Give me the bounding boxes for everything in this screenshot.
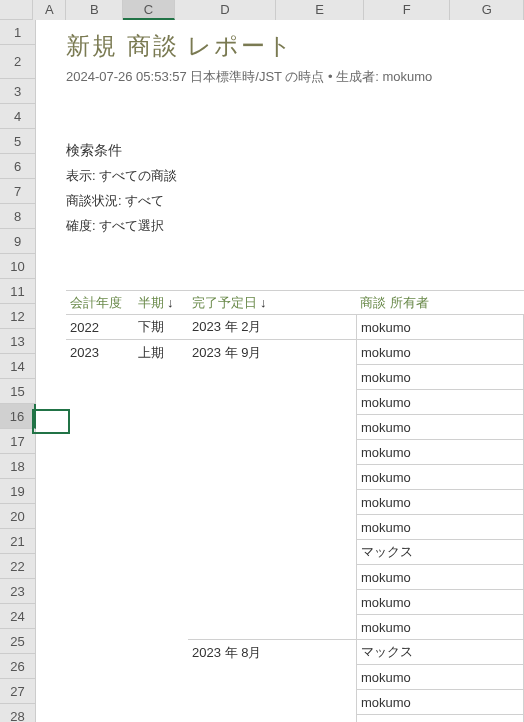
cell-owner[interactable]: マックス: [356, 540, 524, 565]
cell-half[interactable]: [134, 465, 188, 490]
cell-owner[interactable]: mokumo: [356, 565, 524, 590]
cell-half[interactable]: [134, 490, 188, 515]
cell-fiscal-year[interactable]: [66, 490, 134, 515]
cell-fiscal-year[interactable]: [66, 415, 134, 440]
row-header-1[interactable]: 1: [0, 20, 36, 45]
cell-half[interactable]: [134, 440, 188, 465]
row-header-24[interactable]: 24: [0, 604, 36, 629]
cell-half[interactable]: [134, 590, 188, 615]
row-header-2[interactable]: 2: [0, 45, 36, 79]
cell-owner[interactable]: mokumo: [356, 690, 524, 715]
row-header-17[interactable]: 17: [0, 429, 36, 454]
col-header-E[interactable]: E: [276, 0, 364, 20]
cell-close-date[interactable]: [188, 440, 356, 465]
row-header-21[interactable]: 21: [0, 529, 36, 554]
cell-owner[interactable]: mokumo: [356, 415, 524, 440]
row-header-19[interactable]: 19: [0, 479, 36, 504]
cell-fiscal-year[interactable]: [66, 440, 134, 465]
col-header-B[interactable]: B: [66, 0, 123, 20]
row-header-11[interactable]: 11: [0, 279, 36, 304]
th-close-date[interactable]: 完了予定日 ↓: [188, 294, 356, 312]
cell-half[interactable]: [134, 640, 188, 665]
row-header-4[interactable]: 4: [0, 104, 36, 129]
row-header-23[interactable]: 23: [0, 579, 36, 604]
cell-owner[interactable]: mokumo: [356, 590, 524, 615]
cell-close-date[interactable]: [188, 690, 356, 715]
cell-half[interactable]: [134, 415, 188, 440]
row-header-7[interactable]: 7: [0, 179, 36, 204]
cell-close-date[interactable]: 2023 年 8月: [188, 640, 356, 665]
cell-half[interactable]: [134, 715, 188, 722]
row-header-26[interactable]: 26: [0, 654, 36, 679]
cell-owner[interactable]: mokumo: [356, 490, 524, 515]
cell-close-date[interactable]: [188, 465, 356, 490]
cell-owner[interactable]: mokumo: [356, 315, 524, 340]
cell-fiscal-year[interactable]: [66, 590, 134, 615]
th-fiscal-year[interactable]: 会計年度: [66, 294, 134, 312]
cell-fiscal-year[interactable]: [66, 465, 134, 490]
cell-owner[interactable]: mokumo: [356, 665, 524, 690]
cell-owner[interactable]: mokumo: [356, 440, 524, 465]
row-header-8[interactable]: 8: [0, 204, 36, 229]
cell-fiscal-year[interactable]: 2022: [66, 315, 134, 340]
row-header-10[interactable]: 10: [0, 254, 36, 279]
row-header-16[interactable]: 16: [0, 404, 36, 429]
cell-close-date[interactable]: [188, 665, 356, 690]
cell-fiscal-year[interactable]: [66, 390, 134, 415]
cell-owner[interactable]: マックス: [356, 640, 524, 665]
row-header-5[interactable]: 5: [0, 129, 36, 154]
row-header-22[interactable]: 22: [0, 554, 36, 579]
cell-half[interactable]: [134, 565, 188, 590]
row-header-18[interactable]: 18: [0, 454, 36, 479]
cell-owner[interactable]: mokumo: [356, 515, 524, 540]
col-header-F[interactable]: F: [364, 0, 450, 20]
cell-half[interactable]: [134, 540, 188, 565]
cell-owner[interactable]: mokumo: [356, 365, 524, 390]
cell-owner[interactable]: mokumo: [356, 465, 524, 490]
cell-half[interactable]: 上期: [134, 340, 188, 365]
cell-owner[interactable]: mokumo: [356, 390, 524, 415]
cell-half[interactable]: [134, 615, 188, 640]
th-owner[interactable]: 商談 所有者: [356, 294, 524, 312]
cell-fiscal-year[interactable]: [66, 690, 134, 715]
row-header-12[interactable]: 12: [0, 304, 36, 329]
cell-fiscal-year[interactable]: [66, 665, 134, 690]
cell-close-date[interactable]: [188, 415, 356, 440]
cell-close-date[interactable]: [188, 715, 356, 722]
cell-close-date[interactable]: [188, 615, 356, 640]
cell-fiscal-year[interactable]: [66, 365, 134, 390]
cell-close-date[interactable]: [188, 390, 356, 415]
cell-owner[interactable]: mokumo: [356, 340, 524, 365]
cell-close-date[interactable]: [188, 590, 356, 615]
cell-close-date[interactable]: [188, 565, 356, 590]
cell-half[interactable]: 下期: [134, 315, 188, 340]
col-header-A[interactable]: A: [33, 0, 66, 20]
row-header-20[interactable]: 20: [0, 504, 36, 529]
cell-half[interactable]: [134, 690, 188, 715]
cell-close-date[interactable]: [188, 515, 356, 540]
th-half[interactable]: 半期↓: [134, 294, 188, 312]
cell-owner[interactable]: mokumo: [356, 615, 524, 640]
cell-close-date[interactable]: 2023 年 2月: [188, 315, 356, 340]
cell-half[interactable]: [134, 365, 188, 390]
cell-half[interactable]: [134, 665, 188, 690]
row-header-9[interactable]: 9: [0, 229, 36, 254]
cell-fiscal-year[interactable]: [66, 565, 134, 590]
grid-area[interactable]: 新規 商談 レポート 2024-07-26 05:53:57 日本標準時/JST…: [36, 20, 524, 722]
col-header-C[interactable]: C: [123, 0, 175, 20]
cell-fiscal-year[interactable]: [66, 540, 134, 565]
cell-fiscal-year[interactable]: [66, 715, 134, 722]
cell-close-date[interactable]: [188, 490, 356, 515]
cell-fiscal-year[interactable]: 2023: [66, 340, 134, 365]
row-header-27[interactable]: 27: [0, 679, 36, 704]
cell-fiscal-year[interactable]: [66, 615, 134, 640]
select-all-corner[interactable]: [0, 0, 33, 20]
row-header-25[interactable]: 25: [0, 629, 36, 654]
row-header-3[interactable]: 3: [0, 79, 36, 104]
row-header-28[interactable]: 28: [0, 704, 36, 722]
row-header-6[interactable]: 6: [0, 154, 36, 179]
cell-close-date[interactable]: [188, 540, 356, 565]
col-header-D[interactable]: D: [175, 0, 276, 20]
row-header-13[interactable]: 13: [0, 329, 36, 354]
cell-half[interactable]: [134, 515, 188, 540]
